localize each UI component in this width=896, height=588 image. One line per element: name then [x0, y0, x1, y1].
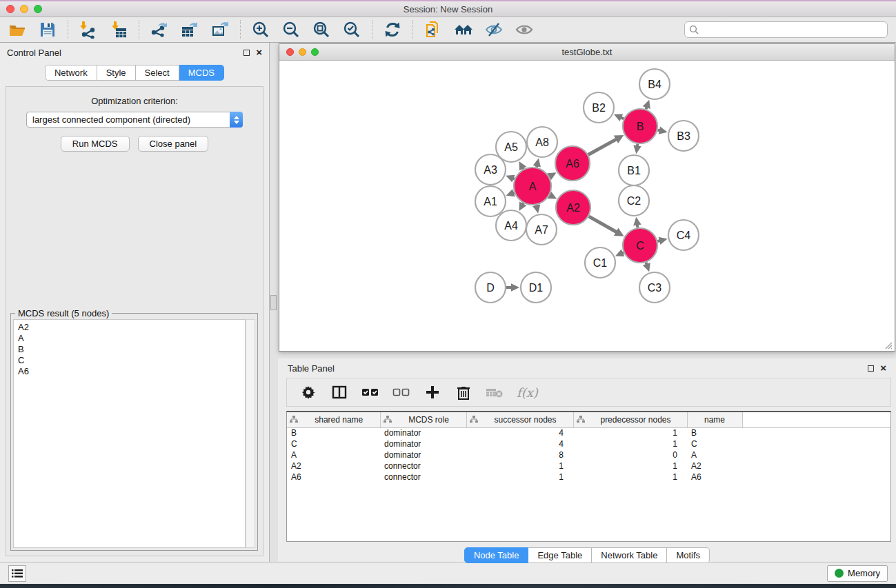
network-graph[interactable]: AA1A2A3A4A5A6A7A8BB1B2B3B4CC1C2C3C4DD1	[279, 61, 894, 351]
zoom-fit-icon[interactable]	[311, 19, 332, 40]
close-table-panel-icon[interactable]: ×	[880, 365, 886, 372]
table-row[interactable]: A6connector11A6	[287, 472, 890, 483]
new-network-from-selection-icon[interactable]	[423, 19, 444, 40]
mcds-result-item[interactable]: A6	[18, 366, 245, 377]
table-cell[interactable]: connector	[380, 460, 466, 472]
export-network-icon[interactable]	[149, 19, 170, 40]
table-cell[interactable]: B	[287, 427, 380, 438]
window-resize-grip-icon[interactable]	[884, 341, 893, 349]
tab-edge-table[interactable]: Edge Table	[528, 547, 592, 563]
zoom-in-icon[interactable]	[250, 19, 271, 40]
mcds-result-item[interactable]: A2	[18, 322, 245, 333]
search-input[interactable]	[684, 21, 888, 38]
column-header-successor-nodes[interactable]: successor nodes	[466, 412, 573, 427]
apply-layout-icon[interactable]	[382, 19, 403, 40]
column-header-predecessor-nodes[interactable]: predecessor nodes	[573, 412, 687, 427]
close-panel-button[interactable]: Close panel	[138, 136, 209, 152]
table-cell[interactable]: 1	[573, 427, 687, 438]
import-table-icon[interactable]	[108, 19, 129, 40]
first-neighbors-houses-icon[interactable]	[453, 19, 474, 40]
control-panel-header: Control Panel ×	[0, 43, 269, 62]
tab-network[interactable]: Network	[45, 65, 97, 81]
tab-motifs[interactable]: Motifs	[667, 547, 710, 563]
table-cell[interactable]: 8	[466, 449, 573, 460]
column-header-MCDS-role[interactable]: MCDS role	[380, 412, 466, 427]
table-cell[interactable]: C	[287, 438, 380, 449]
table-cell[interactable]: A6	[687, 472, 742, 483]
delete-column-trash-icon[interactable]	[455, 383, 472, 401]
graph-node-label: A4	[504, 220, 518, 232]
delete-table-icon[interactable]	[486, 383, 504, 401]
node-table[interactable]: shared nameMCDS rolesuccessor nodesprede…	[287, 412, 890, 483]
table-cell[interactable]: C	[687, 438, 742, 449]
tab-network-table[interactable]: Network Table	[592, 547, 667, 563]
graph-node-label: A	[529, 181, 537, 192]
graph-node-label: A8	[535, 136, 549, 148]
edge-A6-B[interactable]	[588, 139, 617, 154]
table-row[interactable]: A2connector11A2	[287, 460, 890, 472]
import-network-icon[interactable]	[78, 19, 99, 40]
edge-arrowhead	[643, 100, 650, 109]
table-cell[interactable]: dominator	[380, 438, 466, 449]
network-window-titlebar[interactable]: testGlobe.txt	[279, 44, 895, 61]
mcds-result-item[interactable]: B	[18, 344, 245, 355]
export-table-icon[interactable]	[179, 19, 200, 40]
table-cell[interactable]: A	[287, 449, 380, 460]
table-cell[interactable]: A6	[287, 472, 380, 483]
graph-node-label: A5	[504, 141, 518, 153]
table-cell[interactable]: A2	[287, 460, 380, 472]
task-history-button[interactable]	[8, 565, 26, 582]
split-panel-icon[interactable]	[330, 383, 348, 401]
hide-selected-eye-slash-icon[interactable]	[484, 19, 504, 40]
table-cell[interactable]: A2	[687, 460, 742, 472]
table-row[interactable]: Bdominator41B	[287, 427, 890, 438]
mcds-result-item[interactable]: A	[18, 333, 245, 344]
memory-button[interactable]: Memory	[827, 565, 888, 582]
table-row[interactable]: Cdominator41C	[287, 438, 890, 449]
node-table-header-row[interactable]: shared nameMCDS rolesuccessor nodesprede…	[287, 412, 890, 427]
table-cell[interactable]: dominator	[380, 427, 466, 438]
table-cell[interactable]: dominator	[380, 449, 466, 460]
result-scrollbar[interactable]	[246, 319, 255, 548]
table-cell[interactable]: 4	[466, 438, 573, 449]
table-cell[interactable]: 1	[573, 438, 687, 449]
float-panel-icon[interactable]	[243, 50, 250, 56]
tab-node-table[interactable]: Node Table	[464, 547, 529, 563]
show-all-eye-icon[interactable]	[514, 19, 535, 40]
table-row[interactable]: Adominator80A	[287, 449, 890, 460]
save-session-icon[interactable]	[37, 19, 58, 40]
panel-divider-grip[interactable]	[270, 295, 277, 310]
tab-mcds[interactable]: MCDS	[179, 65, 224, 81]
table-cell[interactable]: 1	[466, 472, 573, 483]
zoom-out-icon[interactable]	[281, 19, 301, 40]
table-cell[interactable]: connector	[380, 472, 466, 483]
table-cell[interactable]: B	[687, 427, 742, 438]
edge-A2-C[interactable]	[589, 216, 617, 232]
tab-select[interactable]: Select	[136, 65, 179, 81]
column-header-name[interactable]: name	[687, 412, 742, 427]
network-canvas[interactable]: AA1A2A3A4A5A6A7A8BB1B2B3B4CC1C2C3C4DD1	[279, 61, 894, 351]
function-builder-icon[interactable]: f(x)	[517, 385, 538, 400]
mcds-result-list[interactable]: A2ABCA6	[13, 319, 246, 548]
zoom-selected-icon[interactable]	[341, 19, 362, 40]
run-mcds-button[interactable]: Run MCDS	[61, 136, 130, 152]
export-image-icon[interactable]	[210, 19, 230, 40]
table-settings-gear-icon[interactable]	[299, 383, 317, 401]
tab-style[interactable]: Style	[97, 65, 136, 81]
open-session-icon[interactable]	[7, 19, 28, 40]
deselect-all-checkboxes-icon[interactable]	[392, 383, 410, 401]
table-cell[interactable]: 1	[573, 460, 687, 472]
float-table-panel-icon[interactable]	[868, 365, 874, 372]
table-cell[interactable]: A	[687, 449, 742, 460]
select-all-checkboxes-icon[interactable]	[361, 383, 379, 401]
close-panel-icon[interactable]: ×	[256, 49, 262, 56]
table-cell[interactable]: 1	[466, 460, 573, 472]
criterion-select[interactable]: largest connected component (directed)	[26, 112, 243, 128]
table-cell[interactable]: 4	[466, 427, 573, 438]
table-cell[interactable]: 1	[573, 472, 687, 483]
edge-arrowhead	[533, 158, 541, 167]
column-header-shared-name[interactable]: shared name	[287, 412, 380, 427]
table-cell[interactable]: 0	[573, 449, 687, 460]
add-column-icon[interactable]	[424, 383, 441, 401]
mcds-result-item[interactable]: C	[18, 355, 245, 366]
